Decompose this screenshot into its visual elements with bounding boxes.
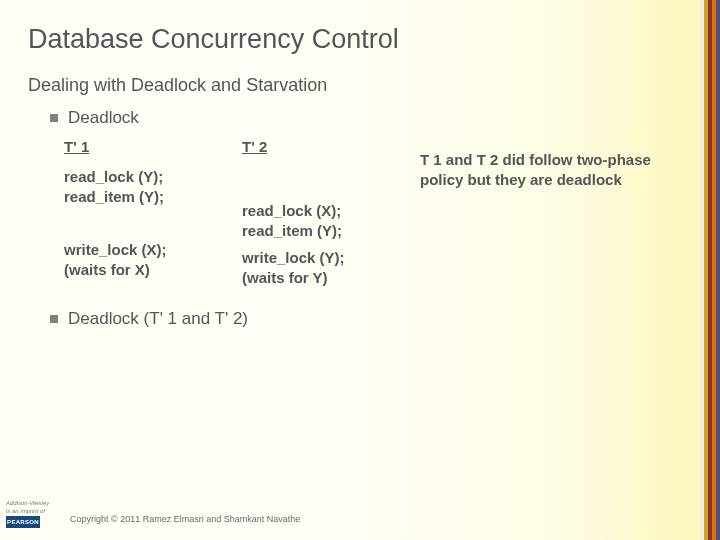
publisher-logo: Addison-Wesley is an imprint of PEARSON — [6, 500, 49, 528]
t2-block1: read_lock (X); read_item (Y); — [242, 201, 420, 240]
slide-subtitle: Dealing with Deadlock and Starvation — [28, 75, 692, 96]
square-bullet-icon — [50, 114, 58, 122]
bullet-deadlock: Deadlock — [50, 108, 692, 128]
square-bullet-icon — [50, 315, 58, 323]
imprint-label: is an imprint of — [6, 508, 49, 514]
copyright-text: Copyright © 2011 Ramez Elmasri and Shamk… — [70, 514, 300, 524]
t1-block1: read_lock (Y); read_item (Y); — [64, 167, 242, 206]
side-comment: T 1 and T 2 did follow two-phase policy … — [420, 138, 680, 287]
slide-content: Database Concurrency Control Dealing wit… — [0, 0, 720, 329]
t2-block2: write_lock (Y); (waits for Y) — [242, 248, 420, 287]
transaction-columns: T' 1 read_lock (Y); read_item (Y); write… — [64, 138, 692, 287]
bullet-text: Deadlock — [68, 108, 139, 128]
t1-header: T' 1 — [64, 138, 242, 155]
slide-title: Database Concurrency Control — [28, 24, 692, 55]
pearson-logo: PEARSON — [6, 516, 40, 528]
column-t2: T' 2 read_lock (X); read_item (Y); write… — [242, 138, 420, 287]
t1-block2: write_lock (X); (waits for X) — [64, 240, 242, 279]
t2-header: T' 2 — [242, 138, 420, 155]
column-t1: T' 1 read_lock (Y); read_item (Y); write… — [64, 138, 242, 287]
edge-stripe — [716, 0, 720, 540]
bullet-deadlock-pair: Deadlock (T' 1 and T' 2) — [50, 309, 692, 329]
bullet-text: Deadlock (T' 1 and T' 2) — [68, 309, 248, 329]
aw-label: Addison-Wesley — [6, 500, 49, 506]
